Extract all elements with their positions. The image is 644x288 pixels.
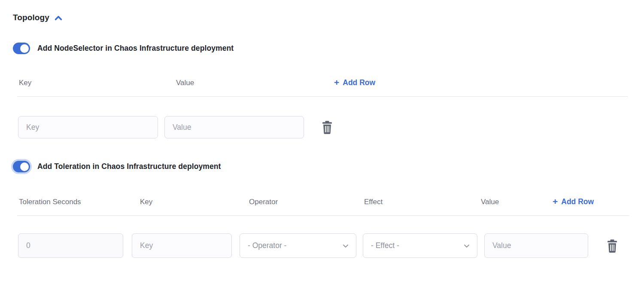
nodeselector-table-header: Key Value + Add Row (19, 78, 375, 87)
plus-icon: + (334, 78, 339, 87)
trash-icon (606, 239, 618, 253)
toleration-toggle[interactable] (13, 161, 30, 172)
column-header-toleration-seconds: Toleration Seconds (19, 198, 140, 206)
nodeselector-value-input[interactable] (164, 116, 304, 138)
toleration-toggle-label: Add Toleration in Chaos Infrastructure d… (37, 162, 221, 171)
column-header-value: Value (176, 79, 334, 87)
toleration-toggle-row: Add Toleration in Chaos Infrastructure d… (13, 161, 221, 172)
toggle-knob (20, 162, 29, 171)
nodeselector-header-divider (17, 96, 628, 97)
column-header-operator: Operator (249, 198, 364, 206)
nodeselector-toggle[interactable] (13, 43, 30, 54)
toleration-delete-row-button[interactable] (605, 238, 619, 254)
column-header-effect: Effect (364, 198, 481, 206)
collapse-section-control[interactable] (54, 12, 63, 23)
column-header-value: Value (481, 198, 553, 206)
column-header-key: Key (140, 198, 249, 206)
chevron-down-icon (462, 242, 471, 250)
operator-selected-value: - Operator - (248, 241, 286, 250)
toleration-table-header: Toleration Seconds Key Operator Effect V… (19, 197, 594, 206)
nodeselector-key-input[interactable] (18, 116, 158, 138)
effect-select[interactable]: - Effect - (363, 233, 477, 258)
plus-icon: + (553, 197, 558, 206)
nodeselector-delete-row-button[interactable] (320, 119, 334, 135)
toleration-value-input[interactable] (484, 233, 588, 258)
section-header: Topology (13, 12, 63, 23)
toleration-seconds-input[interactable] (18, 233, 123, 258)
toleration-header-divider (17, 215, 629, 216)
nodeselector-toggle-row: Add NodeSelector in Chaos Infrastructure… (13, 43, 234, 54)
effect-selected-value: - Effect - (371, 241, 399, 250)
chevron-down-icon (341, 242, 350, 250)
trash-icon (321, 120, 333, 134)
column-header-key: Key (19, 79, 176, 87)
toleration-key-input[interactable] (132, 233, 232, 258)
toleration-add-row-button[interactable]: + Add Row (553, 197, 594, 206)
chevron-up-icon (54, 13, 63, 23)
topology-settings-panel: Topology Add NodeSelector in Chaos Infra… (0, 0, 644, 288)
section-title: Topology (13, 13, 49, 22)
toggle-knob (20, 44, 29, 53)
add-row-label: Add Row (343, 78, 375, 87)
nodeselector-add-row-button[interactable]: + Add Row (334, 78, 375, 87)
operator-select[interactable]: - Operator - (240, 233, 356, 258)
nodeselector-row (18, 116, 334, 138)
add-row-label: Add Row (561, 197, 594, 206)
nodeselector-toggle-label: Add NodeSelector in Chaos Infrastructure… (37, 44, 234, 53)
toleration-row: - Operator - - Effect - (18, 233, 619, 258)
